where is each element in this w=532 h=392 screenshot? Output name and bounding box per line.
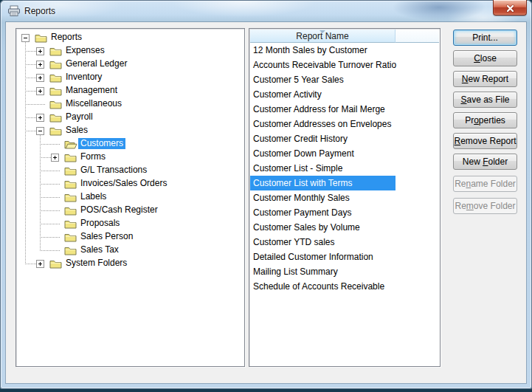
expand-icon[interactable] xyxy=(51,154,59,162)
tree-connector xyxy=(25,131,36,131)
expand-icon[interactable] xyxy=(36,61,44,69)
tree-item-label: Management xyxy=(63,85,120,96)
expand-icon[interactable] xyxy=(36,87,44,95)
tree-item-sales-person[interactable]: Sales Person xyxy=(17,230,243,244)
tree-item-label: Expenses xyxy=(63,45,107,56)
report-list-panel: Report Name 12 Month Sales by CustomerAc… xyxy=(249,28,441,367)
tree-connector xyxy=(25,91,36,92)
folder-closed-icon xyxy=(64,205,77,216)
tree-connector xyxy=(25,78,36,78)
rename-folder-button[interactable]: Rename Folder xyxy=(453,176,517,192)
report-row-schedule-of-accounts-receivable[interactable]: Schedule of Accounts Receivable xyxy=(250,279,439,294)
folder-closed-icon xyxy=(49,125,62,136)
tree-item-label: General Ledger xyxy=(63,58,129,69)
tree-connector xyxy=(40,197,60,198)
new-report-button[interactable]: New Report xyxy=(453,71,517,87)
report-row-customer-addresses-on-envelopes[interactable]: Customer Addresses on Envelopes xyxy=(250,117,439,131)
report-row-customer-down-payment[interactable]: Customer Down Payment xyxy=(250,146,439,161)
tree-item-system-folders[interactable]: System Folders xyxy=(17,257,243,270)
folder-closed-icon xyxy=(64,179,77,189)
save-as-file-button[interactable]: Save as File xyxy=(453,92,517,108)
tree-item-label: Labels xyxy=(78,191,108,202)
report-row-detailed-customer-information[interactable]: Detailed Customer Information xyxy=(250,250,439,264)
tree-item-label: Miscellaneous xyxy=(63,98,124,109)
titlebar[interactable]: Reports xyxy=(0,0,532,22)
tree-item-label: Customers xyxy=(78,138,125,149)
remove-folder-button[interactable]: Remove Folder xyxy=(453,198,517,214)
tree-item-payroll[interactable]: Payroll xyxy=(17,111,243,124)
new-folder-button[interactable]: New Folder xyxy=(453,154,517,170)
report-row-customer-address-for-mail-merge[interactable]: Customer Address for Mail Merge xyxy=(250,102,439,117)
dialog-client-area: ReportsExpensesGeneral LedgerInventoryMa… xyxy=(6,22,526,383)
tree-item-miscellaneous[interactable]: Miscellaneous xyxy=(17,97,243,111)
expand-icon[interactable] xyxy=(36,47,44,55)
print-button[interactable]: Print... xyxy=(453,30,517,46)
tree-connector xyxy=(40,210,60,211)
close-button[interactable] xyxy=(493,0,527,16)
tree-connector xyxy=(40,144,60,145)
close-button[interactable]: Close xyxy=(453,50,517,66)
printer-icon xyxy=(7,5,21,17)
tree-item-sales-tax[interactable]: Sales Tax xyxy=(17,244,243,257)
properties-button[interactable]: Properties xyxy=(453,112,517,128)
folder-closed-icon xyxy=(49,86,62,96)
tree-item-label: Forms xyxy=(78,151,108,162)
window-title: Reports xyxy=(24,6,55,16)
tree-connector xyxy=(25,51,36,52)
close-icon xyxy=(494,4,526,13)
report-row-customer-5-year-sales[interactable]: Customer 5 Year Sales xyxy=(250,72,439,87)
tree-item-label: Proposals xyxy=(78,218,122,229)
expand-icon[interactable] xyxy=(36,114,44,122)
tree-item-label: Payroll xyxy=(63,111,95,123)
tree-item-label: G/L Transactions xyxy=(78,165,149,176)
tree-item-expenses[interactable]: Expenses xyxy=(17,44,243,58)
report-row-customer-list-simple[interactable]: Customer List - Simple xyxy=(250,161,439,176)
folder-closed-icon xyxy=(49,46,62,56)
action-button-column: Print...CloseNew ReportSave as FilePrope… xyxy=(453,30,517,219)
report-name-column-header[interactable]: Report Name xyxy=(250,30,395,43)
remove-report-button[interactable]: Remove Report xyxy=(453,133,517,149)
tree-item-sales[interactable]: Sales xyxy=(17,124,243,137)
tree-item-labels[interactable]: Labels xyxy=(17,190,243,204)
tree-item-pos-cash-register[interactable]: POS/Cash Register xyxy=(17,204,243,217)
tree-item-customers[interactable]: Customers xyxy=(17,137,243,151)
folder-closed-icon xyxy=(49,99,62,109)
tree-item-invoices-sales-orders[interactable]: Invoices/Sales Orders xyxy=(17,177,243,190)
folder-closed-icon xyxy=(64,152,77,162)
report-row-customer-list-with-terms[interactable]: Customer List with Terms xyxy=(250,176,395,190)
report-row-customer-ytd-sales[interactable]: Customer YTD sales xyxy=(250,235,439,250)
expand-icon[interactable] xyxy=(36,260,44,268)
report-row-mailing-list-summary[interactable]: Mailing List Summary xyxy=(250,264,439,279)
report-row-customer-payment-days[interactable]: Customer Payment Days xyxy=(250,205,439,220)
folder-closed-icon xyxy=(64,165,77,176)
tree-connector xyxy=(40,224,60,224)
tree-connector xyxy=(40,237,60,238)
tree-item-general-ledger[interactable]: General Ledger xyxy=(17,58,243,71)
report-row-12-month-sales-by-customer[interactable]: 12 Month Sales by Customer xyxy=(250,43,439,58)
folder-closed-icon xyxy=(49,112,62,123)
tree-connector xyxy=(25,104,45,105)
tree-item-management[interactable]: Management xyxy=(17,84,243,97)
report-row-accounts-receivable-turnover-ratio[interactable]: Accounts Receivable Turnover Ratio xyxy=(250,58,439,72)
folder-closed-icon xyxy=(49,258,62,269)
sort-arrow-icon xyxy=(319,30,325,33)
tree-item-inventory[interactable]: Inventory xyxy=(17,71,243,84)
report-list: 12 Month Sales by CustomerAccounts Recei… xyxy=(250,43,439,365)
tree-item-label: System Folders xyxy=(63,258,129,269)
report-row-customer-monthly-sales[interactable]: Customer Monthly Sales xyxy=(250,190,439,205)
tree-item-label: Inventory xyxy=(63,72,104,83)
tree-guide-line xyxy=(25,41,26,264)
tree-item-forms[interactable]: Forms xyxy=(17,151,243,164)
folder-closed-icon xyxy=(49,72,62,83)
expand-icon[interactable] xyxy=(36,74,44,82)
report-row-customer-credit-history[interactable]: Customer Credit History xyxy=(250,131,439,146)
report-row-customer-sales-by-volume[interactable]: Customer Sales by Volume xyxy=(250,220,439,235)
tree-item-proposals[interactable]: Proposals xyxy=(17,217,243,230)
tree-connector xyxy=(40,250,60,251)
report-row-customer-activity[interactable]: Customer Activity xyxy=(250,87,439,102)
report-list-header: Report Name xyxy=(250,30,439,43)
folder-closed-icon xyxy=(64,232,77,242)
tree-item-reports[interactable]: Reports xyxy=(17,31,243,44)
tree-item-g-l-transactions[interactable]: G/L Transactions xyxy=(17,164,243,177)
folder-closed-icon xyxy=(64,192,77,202)
